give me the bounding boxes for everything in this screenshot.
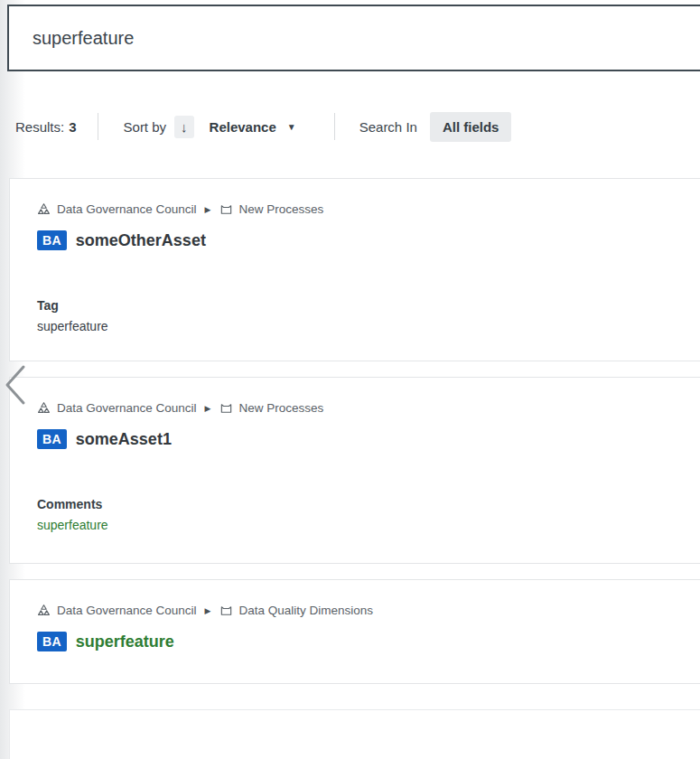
chevron-down-icon[interactable]: ▼ — [287, 122, 296, 132]
search-in-field-chip[interactable]: All fields — [430, 112, 512, 142]
breadcrumb-separator-icon: ▶ — [205, 404, 211, 413]
result-title-link[interactable]: BA superfeature — [37, 632, 174, 651]
sort-order-button[interactable]: ↓ — [174, 116, 194, 138]
breadcrumb-community[interactable]: Data Governance Council — [57, 401, 197, 415]
result-title-highlighted: superfeature — [76, 632, 174, 651]
community-icon — [37, 202, 51, 216]
breadcrumb-domain[interactable]: New Processes — [239, 401, 324, 415]
breadcrumb: Data Governance Council ▶ New Processes — [37, 202, 700, 216]
breadcrumb-community[interactable]: Data Governance Council — [57, 604, 197, 617]
domain-icon — [219, 604, 233, 617]
sort-field-dropdown[interactable]: Relevance — [210, 119, 276, 135]
search-input[interactable] — [9, 6, 700, 70]
matched-attribute: Comments superfeature — [37, 494, 700, 536]
collapse-panel-button[interactable] — [2, 363, 27, 407]
search-toolbar: Results: 3 Sort by ↓ Relevance ▼ Search … — [15, 109, 511, 144]
search-result-card: Data Governance Council ▶ New Processes … — [9, 377, 700, 564]
attribute-label: Tag — [37, 295, 700, 316]
breadcrumb-separator-icon: ▶ — [205, 606, 211, 615]
breadcrumb-domain[interactable]: Data Quality Dimensions — [239, 604, 374, 617]
breadcrumb-separator-icon: ▶ — [205, 205, 211, 214]
results-label: Results: — [15, 119, 64, 135]
breadcrumb-community[interactable]: Data Governance Council — [57, 202, 197, 216]
attribute-value: superfeature — [37, 316, 700, 337]
community-icon — [37, 401, 51, 415]
domain-icon — [219, 202, 233, 216]
search-in-label: Search In — [359, 119, 417, 135]
chevron-left-icon — [2, 363, 27, 407]
asset-type-badge: BA — [37, 632, 67, 651]
toolbar-divider — [334, 113, 335, 140]
result-title-link[interactable]: BA someOtherAsset — [37, 230, 206, 250]
breadcrumb-domain[interactable]: New Processes — [239, 202, 324, 216]
breadcrumb: Data Governance Council ▶ Data Quality D… — [37, 604, 700, 617]
sort-by-label: Sort by — [124, 119, 167, 135]
search-result-card-partial — [9, 709, 700, 759]
breadcrumb: Data Governance Council ▶ New Processes — [37, 401, 700, 415]
domain-icon — [219, 401, 233, 415]
result-title: someAsset1 — [76, 430, 172, 449]
toolbar-divider — [98, 113, 98, 140]
search-box — [7, 5, 700, 71]
community-icon — [37, 604, 51, 617]
search-result-card: Data Governance Council ▶ New Processes … — [9, 178, 700, 361]
matched-attribute: Tag superfeature — [37, 295, 700, 337]
sort-descending-icon: ↓ — [181, 119, 188, 135]
asset-type-badge: BA — [37, 429, 67, 449]
asset-type-badge: BA — [37, 230, 67, 250]
attribute-label: Comments — [37, 494, 700, 515]
attribute-value-highlighted: superfeature — [37, 515, 700, 536]
results-count: 3 — [69, 119, 76, 135]
result-title-link[interactable]: BA someAsset1 — [37, 429, 172, 449]
result-title: someOtherAsset — [76, 231, 206, 250]
search-result-card: Data Governance Council ▶ Data Quality D… — [9, 579, 700, 684]
